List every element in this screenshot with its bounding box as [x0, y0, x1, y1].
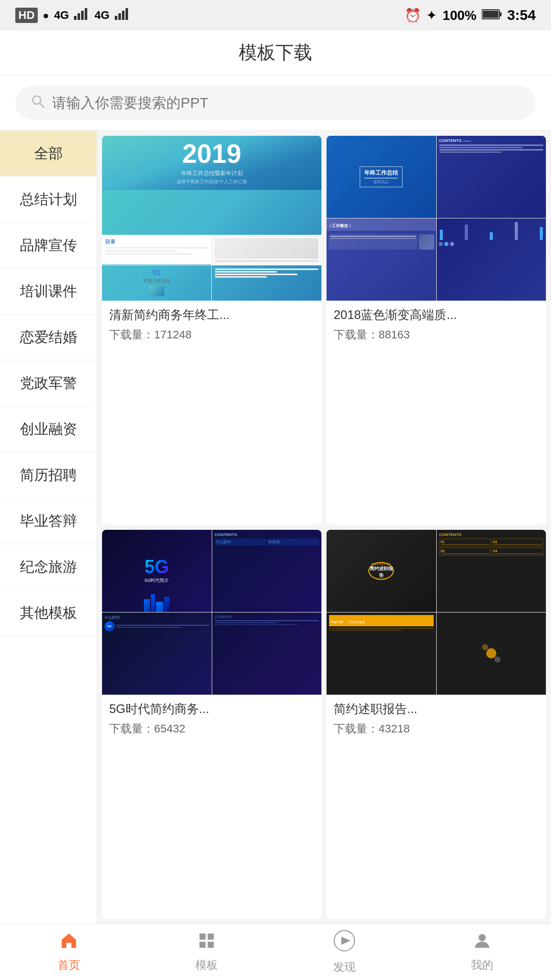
sidebar-item-brand[interactable]: 品牌宣传 [0, 223, 96, 268]
template-1-cell-tr [212, 235, 321, 265]
sidebar-item-wedding[interactable]: 恋爱结婚 [0, 314, 96, 360]
sidebar: 全部 总结计划 品牌宣传 培训课件 恋爱结婚 党政军警 创业融资 简历招聘 [0, 131, 97, 924]
template-thumb-2: 年终工作总结 适可/几人 CONTENTS —— [327, 136, 546, 301]
signal-bars-icon [74, 8, 89, 23]
svg-rect-10 [483, 11, 498, 18]
template-downloads-3: 下载量：65432 [109, 721, 314, 737]
template-name-3: 5G时代简约商务... [109, 701, 314, 717]
template-2-subtitle-mini: 适可/几人 [364, 180, 398, 185]
svg-marker-18 [341, 937, 350, 945]
template-2-title-mini: 年终工作总结 [364, 169, 398, 177]
template-card-2[interactable]: 年终工作总结 适可/几人 CONTENTS —— [327, 136, 546, 525]
svg-rect-14 [208, 934, 214, 940]
nav-discover[interactable]: 发现 [276, 924, 413, 980]
header: 模板下载 [0, 31, 551, 76]
status-right: ⏰ ✦ 100% 3:54 [405, 7, 536, 23]
search-input-wrap[interactable] [15, 86, 536, 120]
sidebar-label-wedding: 恋爱结婚 [20, 328, 77, 347]
template-info-1: 清新简约商务年终工... 下载量：171248 [102, 301, 321, 349]
svg-rect-9 [499, 12, 502, 16]
template-1-cell-tl: 目录 [102, 235, 212, 265]
svg-rect-15 [199, 942, 206, 948]
sidebar-label-other: 其他模板 [20, 603, 77, 623]
carrier-icon: ● [43, 10, 49, 21]
template-2-section: / 工作概述 / [330, 224, 350, 228]
template-card-1[interactable]: 2019 年终工作总结暨新年计划 适用于商务工作总结/个人工作汇报 目录 [102, 136, 321, 525]
hd-icon: HD [15, 8, 38, 23]
sidebar-item-all[interactable]: 全部 [0, 131, 96, 177]
sidebar-label-startup: 创业融资 [20, 420, 77, 439]
template-name-2: 2018蓝色渐变高端质... [334, 307, 539, 323]
template-1-year: 2019 [182, 140, 241, 167]
nav-profile-label: 我的 [471, 958, 493, 973]
battery-icon [482, 8, 502, 23]
sidebar-label-training: 培训课件 [20, 282, 77, 301]
svg-rect-13 [199, 934, 206, 940]
template-thumb-1: 2019 年终工作总结暨新年计划 适用于商务工作总结/个人工作汇报 目录 [102, 136, 321, 301]
template-info-4: 简约述职报告... 下载量：43218 [327, 695, 546, 743]
sidebar-label-travel: 纪念旅游 [20, 557, 77, 577]
template-thumb-4: BUSINESS 简约述职报告 CONTENTS 0 [327, 530, 546, 695]
template-1-cell-br [212, 265, 321, 301]
svg-rect-2 [81, 11, 84, 20]
sidebar-item-training[interactable]: 培训课件 [0, 268, 96, 314]
templates-icon [197, 932, 216, 954]
page-title: 模板下载 [239, 40, 312, 65]
template-info-3: 5G时代简约商务... 下载量：65432 [102, 695, 321, 743]
home-icon [60, 932, 78, 954]
template-2-contents: CONTENTS —— [439, 138, 544, 143]
alarm-icon: ⏰ [405, 8, 421, 23]
template-4-contents: CONTENTS [439, 532, 544, 537]
bottom-nav: 首页 模板 发现 [0, 924, 551, 980]
template-3-5g-text: 5G [144, 558, 169, 576]
template-downloads-4: 下载量：43218 [334, 721, 539, 737]
svg-rect-3 [85, 8, 87, 20]
template-4-title-mini: 简约述职报告 [369, 566, 393, 579]
template-grid: 2019 年终工作总结暨新年计划 适用于商务工作总结/个人工作汇报 目录 [97, 131, 551, 924]
sidebar-label-politics: 党政军警 [20, 374, 77, 393]
status-time: 3:54 [507, 7, 536, 23]
svg-rect-16 [208, 942, 214, 948]
template-3-subtitle-mini: 5G时代简介 [144, 577, 169, 584]
sidebar-item-travel[interactable]: 纪念旅游 [0, 544, 96, 590]
template-1-subtitle: 年终工作总结暨新年计划 [181, 169, 243, 178]
template-card-4[interactable]: BUSINESS 简约述职报告 CONTENTS 0 [327, 530, 546, 919]
template-info-2: 2018蓝色渐变高端质... 下载量：88163 [327, 301, 546, 349]
nav-templates-label: 模板 [195, 958, 218, 973]
search-icon [31, 94, 45, 112]
sidebar-item-resume[interactable]: 简历招聘 [0, 452, 96, 498]
svg-rect-0 [74, 16, 77, 20]
template-downloads-2: 下载量：88163 [334, 327, 539, 342]
template-thumb-3: 5G 5G时代简介 CONTENTS 什么是5G 5G应用 [102, 530, 321, 695]
template-1-desc: 适用于商务工作总结/个人工作汇报 [177, 179, 247, 185]
svg-rect-5 [118, 13, 121, 20]
sidebar-label-all: 全部 [34, 144, 63, 163]
search-input[interactable] [52, 95, 520, 111]
network-4g-icon: 4G [54, 9, 69, 22]
sidebar-item-other[interactable]: 其他模板 [0, 590, 96, 636]
nav-templates[interactable]: 模板 [138, 924, 276, 980]
sidebar-label-brand: 品牌宣传 [20, 236, 77, 255]
template-1-cell-bl: 01 年度工作总结 [102, 265, 212, 301]
sidebar-item-startup[interactable]: 创业融资 [0, 406, 96, 452]
nav-home-label: 首页 [58, 958, 80, 973]
svg-rect-7 [126, 8, 128, 20]
signal-bars-2-icon [115, 8, 130, 23]
template-name-1: 清新简约商务年终工... [109, 307, 314, 323]
battery-percentage: 100% [442, 8, 477, 23]
status-left: HD ● 4G 4G [15, 8, 130, 23]
template-name-4: 简约述职报告... [334, 701, 539, 717]
svg-line-12 [40, 103, 44, 107]
nav-home[interactable]: 首页 [0, 924, 138, 980]
discover-icon [333, 929, 356, 957]
template-3-contents: CONTENTS [215, 532, 319, 537]
svg-rect-4 [115, 16, 117, 20]
sidebar-item-politics[interactable]: 党政军警 [0, 360, 96, 406]
nav-profile[interactable]: 我的 [413, 924, 551, 980]
search-bar[interactable] [0, 76, 551, 131]
sidebar-item-summary[interactable]: 总结计划 [0, 177, 96, 223]
sidebar-item-graduation[interactable]: 毕业答辩 [0, 498, 96, 544]
svg-rect-1 [78, 13, 80, 20]
network-4g-2-icon: 4G [94, 9, 109, 22]
template-card-3[interactable]: 5G 5G时代简介 CONTENTS 什么是5G 5G应用 [102, 530, 321, 919]
